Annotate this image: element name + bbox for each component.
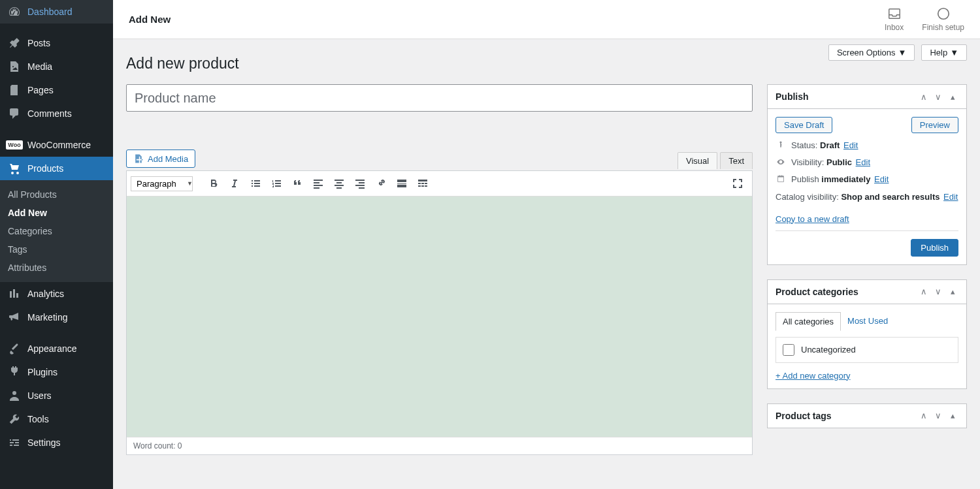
products-icon [8,162,21,175]
sidebar-label: WooCommerce [27,140,91,150]
product-name-input[interactable] [126,84,753,112]
screen-options-button[interactable]: Screen Options ▼ [828,44,915,61]
media-icon [8,60,21,73]
sidebar-item-tools[interactable]: Tools [0,407,113,431]
circle-icon [936,7,951,21]
italic-button[interactable] [224,174,245,193]
sliders-icon [8,436,21,449]
format-select[interactable]: Paragraph [131,176,193,191]
inbox-icon [887,7,902,21]
publish-metabox: Publish ∧ ∨ ▴ Save Draft Preview [767,84,967,265]
inbox-button[interactable]: Inbox [885,7,904,32]
edit-visibility-link[interactable]: Edit [856,157,870,167]
eye-icon [776,157,786,167]
sidebar-label: Marketing [27,312,67,323]
publish-button[interactable]: Publish [911,239,958,257]
comments-icon [8,107,21,120]
svg-point-1 [938,8,949,20]
wrench-icon [8,413,21,426]
cat-tab-most[interactable]: Most Used [841,312,894,331]
brush-icon [8,342,21,355]
sidebar-submenu: All Products Add New Categories Tags Att… [0,180,113,282]
toolbar-toggle-icon [416,177,429,190]
add-media-button[interactable]: Add Media [126,150,195,168]
move-up-icon[interactable]: ∧ [918,92,930,102]
align-right-button[interactable] [350,174,370,193]
move-down-icon[interactable]: ∨ [932,411,944,420]
finish-label: Finish setup [922,23,964,32]
sidebar-item-dashboard[interactable]: Dashboard [0,0,113,24]
sidebar-item-posts[interactable]: Posts [0,31,113,55]
inbox-label: Inbox [885,23,904,32]
save-draft-button[interactable]: Save Draft [776,117,832,133]
align-left-button[interactable] [308,174,329,193]
quote-icon [291,177,304,190]
sidebar-label: Posts [27,38,50,48]
edit-status-link[interactable]: Edit [843,140,858,150]
readmore-button[interactable] [391,174,412,193]
sidebar-item-appearance[interactable]: Appearance [0,337,113,360]
sidebar-item-media[interactable]: Media [0,55,113,78]
copy-draft-link[interactable]: Copy to a new draft [776,214,849,224]
fullscreen-icon [731,177,744,190]
link-button[interactable] [370,174,391,193]
sub-attributes[interactable]: Attributes [0,259,113,277]
sidebar-item-comments[interactable]: Comments [0,102,113,125]
publish-title: Publish [776,91,809,102]
tags-metabox: Product tags ∧ ∨ ▴ [767,403,967,428]
quote-button[interactable] [287,174,308,193]
sidebar-label: Appearance [27,343,77,354]
move-down-icon[interactable]: ∨ [932,92,944,102]
category-checkbox[interactable] [783,344,794,356]
editor-canvas[interactable] [127,197,752,437]
sub-tags[interactable]: Tags [0,240,113,259]
add-category-link[interactable]: + Add new category [776,371,851,381]
move-up-icon[interactable]: ∧ [918,411,930,420]
bold-button[interactable] [203,174,224,193]
sidebar-item-analytics[interactable]: Analytics [0,282,113,306]
categories-metabox: Product categories ∧ ∨ ▴ All categories … [767,279,967,389]
sidebar-item-pages[interactable]: Pages [0,78,113,102]
woocommerce-icon: Woo [8,138,21,151]
chevron-down-icon: ▼ [898,48,907,57]
category-item[interactable]: Uncategorized [783,344,951,356]
ul-button[interactable] [245,174,266,193]
edit-publish-link[interactable]: Edit [874,174,889,184]
italic-icon [228,177,241,190]
collapse-icon[interactable]: ▴ [947,92,958,102]
sidebar-item-plugins[interactable]: Plugins [0,360,113,384]
sidebar-label: Media [27,61,52,72]
calendar-icon [776,174,786,184]
cat-tab-all[interactable]: All categories [776,312,841,331]
sidebar-item-products[interactable]: Products [0,157,113,180]
sub-all-products[interactable]: All Products [0,185,113,204]
editor-tab-visual[interactable]: Visual [678,152,717,169]
sidebar-label: Settings [27,437,61,448]
edit-catalog-link[interactable]: Edit [943,192,958,202]
sidebar-label: Plugins [27,367,57,377]
preview-button[interactable]: Preview [911,117,958,133]
editor-tab-text[interactable]: Text [720,152,753,169]
align-center-button[interactable] [329,174,350,193]
collapse-icon[interactable]: ▴ [947,411,958,420]
move-up-icon[interactable]: ∧ [918,287,930,296]
align-right-icon [353,177,367,190]
help-button[interactable]: Help ▼ [921,44,967,61]
finish-setup-button[interactable]: Finish setup [922,7,964,32]
move-down-icon[interactable]: ∨ [932,287,944,296]
sidebar-label: Comments [27,108,72,119]
sidebar-item-users[interactable]: Users [0,384,113,407]
sidebar-label: Analytics [27,289,64,299]
topbar: Add New Inbox Finish setup [113,0,980,39]
ol-button[interactable] [266,174,287,193]
collapse-icon[interactable]: ▴ [947,287,958,296]
sidebar-item-settings[interactable]: Settings [0,431,113,454]
sidebar-item-marketing[interactable]: Marketing [0,306,113,329]
sub-categories[interactable]: Categories [0,222,113,240]
sub-add-new[interactable]: Add New [0,204,113,222]
toolbar-toggle-button[interactable] [412,174,433,193]
key-icon [776,140,786,150]
sidebar-item-woocommerce[interactable]: Woo WooCommerce [0,133,113,157]
list-ol-icon [270,177,283,190]
fullscreen-button[interactable] [727,174,748,193]
